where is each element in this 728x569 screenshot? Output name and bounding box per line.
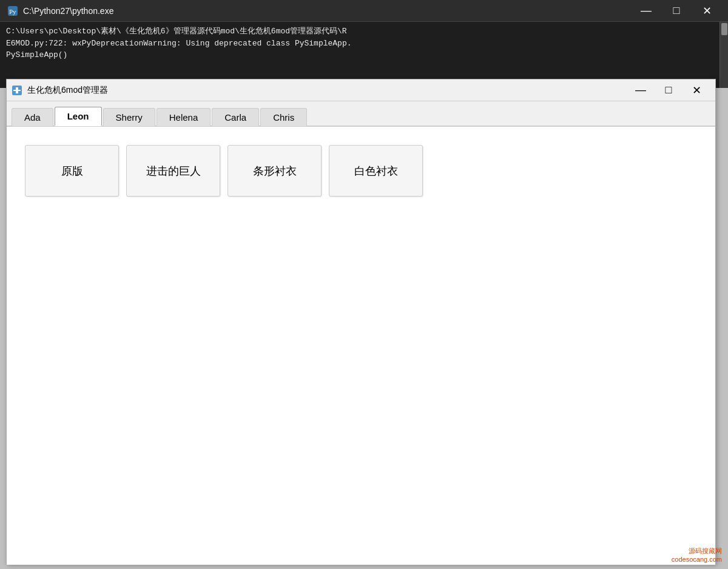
svg-text:Py: Py [9, 8, 16, 15]
terminal-restore-button[interactable]: □ [662, 1, 690, 21]
terminal-window: Py C:\Python27\python.exe — □ ✕ C:\Users… [0, 0, 728, 88]
tab-leon[interactable]: Leon [55, 107, 102, 126]
mod-button-striped-shirt[interactable]: 条形衬衣 [228, 145, 322, 197]
app-controls: — □ ✕ [627, 81, 710, 100]
tab-bar: Ada Leon Sherry Helena Carla Chris [7, 101, 715, 127]
mod-button-original[interactable]: 原版 [25, 145, 119, 197]
mod-button-white-shirt[interactable]: 白色衬衣 [329, 145, 423, 197]
tab-ada[interactable]: Ada [12, 108, 53, 126]
terminal-scrollbar-thumb [721, 23, 727, 35]
terminal-title-text: C:\Python27\python.exe [23, 6, 113, 16]
app-minimize-button[interactable]: — [627, 81, 655, 100]
python-icon: Py [7, 5, 18, 16]
app-close-button[interactable]: ✕ [682, 81, 710, 100]
app-title-left: 生化危机6mod管理器 [12, 85, 108, 96]
terminal-minimize-button[interactable]: — [632, 1, 660, 21]
app-restore-button[interactable]: □ [655, 81, 682, 100]
terminal-close-button[interactable]: ✕ [693, 1, 721, 21]
app-window: 生化危机6mod管理器 — □ ✕ Ada Leon Sherry Helena… [6, 79, 716, 564]
terminal-title-left: Py C:\Python27\python.exe [7, 5, 113, 16]
tab-chris[interactable]: Chris [260, 108, 307, 126]
mod-buttons-grid: 原版 进击的巨人 条形衬衣 白色衬衣 [19, 139, 703, 203]
svg-rect-4 [16, 87, 18, 93]
app-icon [12, 85, 22, 96]
terminal-line-1: C:\Users\pc\Desktop\素材\《生化危机6》管理器源代码mod\… [6, 25, 722, 38]
app-title-text: 生化危机6mod管理器 [27, 85, 108, 96]
tab-helena[interactable]: Helena [157, 108, 211, 126]
terminal-scrollbar[interactable] [720, 22, 728, 88]
terminal-controls: — □ ✕ [632, 1, 721, 21]
mod-button-attacking-giant[interactable]: 进击的巨人 [126, 145, 220, 197]
tab-sherry[interactable]: Sherry [103, 108, 155, 126]
content-area: 原版 进击的巨人 条形衬衣 白色衬衣 [7, 127, 715, 565]
terminal-line-3: PySimpleApp() [6, 49, 722, 61]
terminal-content: C:\Users\pc\Desktop\素材\《生化危机6》管理器源代码mod\… [0, 22, 728, 65]
terminal-titlebar: Py C:\Python27\python.exe — □ ✕ [0, 0, 728, 22]
terminal-line-2: E6MOD.py:722: wxPyDeprecationWarning: Us… [6, 38, 722, 50]
app-titlebar: 生化危机6mod管理器 — □ ✕ [7, 79, 715, 101]
tab-carla[interactable]: Carla [212, 108, 259, 126]
